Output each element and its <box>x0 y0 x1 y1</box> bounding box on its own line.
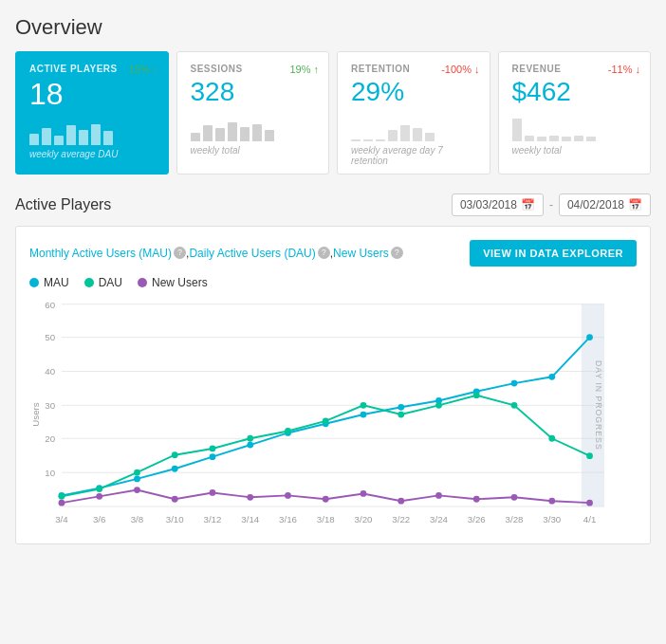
kpi-bar <box>512 119 522 141</box>
dau-line <box>62 395 590 496</box>
kpi-bar <box>574 136 583 141</box>
kpi-bar <box>376 139 385 141</box>
svg-text:3/22: 3/22 <box>392 514 410 524</box>
svg-text:3/14: 3/14 <box>241 514 259 524</box>
svg-text:3/6: 3/6 <box>93 514 105 524</box>
legend-label-new-users: New Users <box>152 276 208 289</box>
svg-text:3/30: 3/30 <box>543 514 561 524</box>
mau-dot <box>361 411 367 417</box>
info-icon-dau[interactable]: ? <box>318 247 330 259</box>
kpi-bar <box>240 127 250 141</box>
mau-dot <box>511 379 518 386</box>
legend-dot-dau <box>84 278 94 287</box>
kpi-card-retention: RETENTION -100% ↓ 29% weekly average day… <box>337 51 490 175</box>
dau-dot <box>210 445 216 451</box>
svg-text:3/26: 3/26 <box>468 514 486 524</box>
svg-text:3/28: 3/28 <box>506 514 524 524</box>
new-users-dot <box>435 492 442 499</box>
info-icon-mau[interactable]: ? <box>174 247 186 259</box>
new-users-dot <box>361 490 367 497</box>
mau-dot <box>247 441 253 448</box>
kpi-sublabel-sessions: weekly total <box>191 145 316 156</box>
svg-text:50: 50 <box>45 332 55 342</box>
kpi-bar <box>351 139 361 141</box>
legend-dot-mau <box>29 278 39 287</box>
new-users-dot <box>172 496 178 503</box>
svg-text:3/12: 3/12 <box>204 514 222 524</box>
calendar-icon: 📅 <box>628 198 642 212</box>
new-users-dot <box>59 500 65 506</box>
kpi-value-retention: 29% <box>351 78 476 107</box>
svg-text:3/20: 3/20 <box>355 514 373 524</box>
svg-text:DAY IN PROGRESS: DAY IN PROGRESS <box>594 360 603 451</box>
svg-text:3/16: 3/16 <box>279 514 297 524</box>
legend-label-mau: MAU <box>44 276 69 289</box>
dau-dot <box>285 428 291 434</box>
chart-metric-links: Monthly Active Users (MAU) ? , Daily Act… <box>29 247 454 260</box>
info-icon-new-users[interactable]: ? <box>391 247 403 259</box>
new-users-dot <box>511 494 518 501</box>
kpi-bar <box>413 128 422 141</box>
dau-dot <box>59 493 65 500</box>
svg-text:3/10: 3/10 <box>166 514 184 524</box>
legend-item-dau: DAU <box>84 276 122 289</box>
svg-text:60: 60 <box>45 299 55 309</box>
new-users-dot <box>586 500 593 506</box>
date-end-value: 04/02/2018 <box>567 198 624 212</box>
kpi-sublabel-active-players: weekly average DAU <box>29 149 155 159</box>
date-start-button[interactable]: 03/03/2018 📅 <box>452 193 544 216</box>
new-users-dot <box>285 492 291 499</box>
mau-dot <box>586 334 593 340</box>
dau-dot <box>172 451 178 458</box>
kpi-value-sessions: 328 <box>191 78 316 107</box>
date-separator: - <box>549 198 553 212</box>
kpi-bar <box>203 125 213 141</box>
legend-items: MAU DAU New Users <box>29 276 637 289</box>
kpi-bar <box>66 125 76 145</box>
dau-dot <box>435 402 442 409</box>
new-users-dot <box>398 498 404 505</box>
svg-text:30: 30 <box>45 400 55 411</box>
kpi-row: ACTIVE PLAYERS 15% ↑ 18 weekly average D… <box>15 51 651 175</box>
mau-link[interactable]: Monthly Active Users (MAU) <box>29 247 172 260</box>
kpi-bar <box>29 134 39 145</box>
kpi-bar <box>425 133 435 141</box>
kpi-bar <box>525 136 534 141</box>
new-users-dot <box>323 496 329 503</box>
new-users-dot <box>247 494 253 501</box>
kpi-bar <box>388 130 398 141</box>
kpi-bar <box>400 125 410 141</box>
legend-item-mau: MAU <box>29 276 69 289</box>
date-end-button[interactable]: 04/02/2018 📅 <box>559 193 651 216</box>
kpi-change-revenue: -11% ↓ <box>608 64 640 75</box>
kpi-bar <box>363 139 373 141</box>
kpi-bar <box>215 128 225 141</box>
kpi-bar <box>103 131 113 145</box>
legend-dot-new-users <box>138 278 147 287</box>
kpi-sublabel-retention: weekly average day 7 retention <box>351 145 476 166</box>
dau-dot <box>511 402 518 409</box>
dau-dot <box>473 392 480 398</box>
kpi-change-sessions: 19% ↑ <box>289 64 319 75</box>
kpi-bars-retention <box>351 113 476 141</box>
kpi-bar <box>537 137 546 141</box>
dau-dot <box>134 469 140 476</box>
kpi-bar <box>42 128 51 145</box>
chart-legend-row: Monthly Active Users (MAU) ? , Daily Act… <box>29 240 637 267</box>
kpi-bar <box>252 124 262 141</box>
dau-dot <box>398 411 404 417</box>
kpi-value-revenue: $462 <box>512 78 638 107</box>
new-users-link[interactable]: New Users <box>333 247 389 260</box>
chart-panel: Monthly Active Users (MAU) ? , Daily Act… <box>15 226 651 544</box>
svg-text:4/1: 4/1 <box>583 514 596 524</box>
kpi-change-retention: -100% ↓ <box>441 64 479 75</box>
dau-link[interactable]: Daily Active Users (DAU) <box>189 247 315 260</box>
kpi-bar <box>228 122 237 141</box>
svg-text:Users: Users <box>30 402 41 426</box>
svg-text:3/24: 3/24 <box>430 514 448 524</box>
kpi-sublabel-revenue: weekly total <box>512 145 638 156</box>
chart-svg: .grid-line { stroke: #e8e8e8; stroke-wid… <box>29 295 637 534</box>
svg-text:20: 20 <box>45 433 55 444</box>
date-start-value: 03/03/2018 <box>460 198 517 212</box>
view-in-data-explorer-button[interactable]: VIEW IN DATA EXPLORER <box>470 240 637 267</box>
